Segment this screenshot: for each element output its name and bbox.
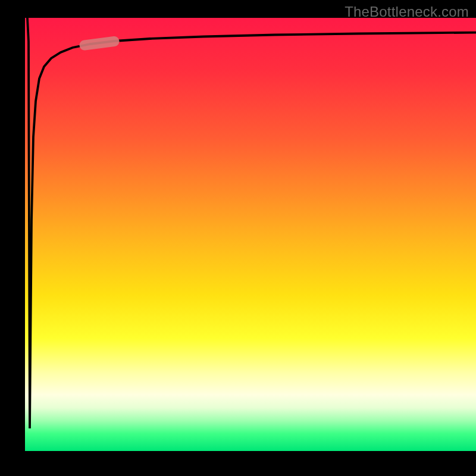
curve-marker [84,42,114,46]
chart-area [25,18,476,451]
curve-layer [25,18,476,451]
watermark-text: TheBottleneck.com [345,4,469,20]
spike-path [27,18,476,428]
